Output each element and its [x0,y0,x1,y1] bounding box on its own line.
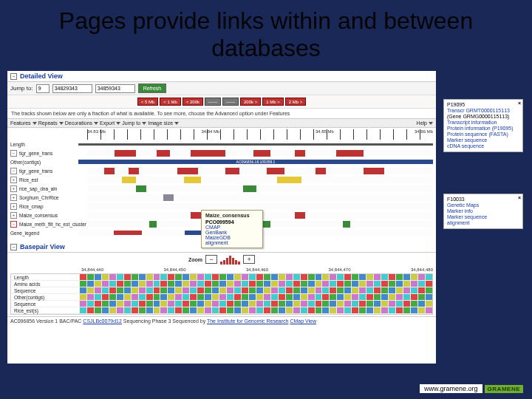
side-link[interactable]: Genetic Maps [447,202,519,208]
popup-link[interactable]: alignment [205,240,259,245]
zoom-controls: < 5 Mb < 1 Mb < 200k —— —— 200k > 1 Mb >… [7,95,436,109]
track-row: +Sorghum_ChrRice [10,193,433,202]
popup-link[interactable]: CMAP [205,225,259,230]
track-label: tigr_gene_trans [19,151,87,156]
cmap-link[interactable]: CMap View [290,318,316,324]
menu-imagesize[interactable]: Image size [148,120,179,126]
chevron-down-icon [116,122,120,125]
browser-screenshot: − Detailed View Jump to: Refresh < 5 Mb … [7,71,436,364]
track-toggle-icon[interactable]: − [10,150,17,157]
bp-ruler: 34,844,44034,844,45034,844,46034,844,470… [81,267,433,272]
track-label: rice_sap_dna_aln [19,186,87,191]
track-toggle-icon[interactable]: + [10,185,17,192]
popup-link[interactable]: PCO099594 [205,219,259,225]
bp-row-label: Sequence [11,287,79,293]
menu-repeats[interactable]: Repeats [38,120,64,126]
chevron-down-icon [33,122,37,125]
bp-zoom-controls: Zoom − + [7,253,436,266]
track-label: Maize_consensus [19,213,87,218]
zoom-sep2: —— [222,98,239,106]
zoom-label: Zoom [188,257,202,262]
zoom-out-5mb[interactable]: < 5 Mb [137,98,159,106]
side-link[interactable]: Transcr GRMT0000115113 [447,108,519,113]
to-input[interactable] [95,84,135,93]
side-id: P19095 [447,102,519,107]
zoom-histogram-icon [220,254,240,265]
menu-export[interactable]: Export [100,120,120,126]
url-bar: www.gramene.org GRAMENE [420,384,523,393]
track-toggle-icon[interactable]: + [10,177,17,183]
track-toggle-icon[interactable]: + [10,212,17,219]
track-label: Gene_legend [10,231,78,236]
chrom-input[interactable] [36,84,50,93]
track-row: Other(contigs)AC096856.18.109358.1 [10,157,433,166]
track-label: tigr_gene_trans [19,168,87,174]
menu-help[interactable]: Help [417,120,433,126]
feature-note: The tracks shown below are only a fracti… [7,109,436,118]
basepair-view-title: Basepair View [20,243,65,250]
track-label: Other(contigs) [10,160,78,165]
site-url[interactable]: www.gramene.org [420,384,482,393]
track-label: Sorghum_ChrRice [19,195,87,200]
track-toggle-icon[interactable]: + [10,194,17,201]
menu-features[interactable]: Features [10,120,37,126]
side-panel-1: × P19095 Transcr GRMT0000115113 (Gene GR… [443,99,523,152]
zoom-out-200k[interactable]: < 200k [183,98,203,106]
chevron-down-icon [142,122,146,125]
menu-decorations[interactable]: Decorations [65,120,98,126]
chevron-down-icon [59,122,64,125]
side-link[interactable]: Transcript information [447,120,519,125]
side-link[interactable]: alignment [447,220,519,225]
detailed-view-header: − Detailed View [7,71,436,82]
feature-menubar: Features Repeats Decorations Export Jump… [7,118,436,128]
side-panel-2: × F10033 Genetic Maps Marker info Marker… [443,194,523,229]
track-row: −tigr_gene_trans [10,166,433,175]
track-label: Rice_cmap [19,204,87,209]
track-row: Length [10,140,433,149]
track-popup: Maize_consensus PCO099594 CMAP GenBank M… [201,210,263,248]
track-label: Length [10,142,78,147]
track-toggle-icon[interactable]: − [10,168,17,174]
zoom-out-1mb[interactable]: < 1 Mb [160,98,181,106]
side-link[interactable]: Protein sequence (FASTA) [447,132,519,137]
sequencer-link[interactable]: The Institute for Genomic Research [207,318,289,324]
popup-link[interactable]: MaizeGDB [205,235,259,240]
track-label: Rice_est [19,177,87,183]
side-link[interactable]: Marker sequence [447,214,519,219]
track-label: Maize_meth_filt_hc_est_cluster [19,222,87,227]
collapse-icon[interactable]: − [10,244,17,250]
jump-label: Jump to: [10,85,33,92]
side-link[interactable]: Marker info [447,208,519,214]
track-row: +Rice_est [10,175,433,184]
zoom-in-1mb[interactable]: 1 Mb > [262,98,284,106]
refresh-button[interactable]: Refresh [138,83,167,93]
bp-row-label: Rice_est(s) [11,307,79,313]
collapse-icon[interactable]: − [10,73,17,80]
track-row: −tigr_gene_trans [10,149,433,157]
side-link[interactable]: Marker sequence [447,137,519,143]
basepair-grid: Length Amino acids Sequence Other(contig… [10,273,433,315]
track-toggle-icon[interactable]: + [10,203,17,210]
bp-row-label: Amino acids [11,281,79,287]
track-toggle-icon[interactable]: − [10,221,17,228]
bp-row-label: Other(contigs) [11,294,79,300]
side-link[interactable]: cDNA sequence [447,143,519,149]
menu-jumpto[interactable]: Jump to [122,120,146,126]
zoom-in-button[interactable]: + [243,255,255,264]
jump-row: Jump to: Refresh [7,82,436,95]
zoom-in-200k[interactable]: 200k > [240,98,261,106]
close-icon[interactable]: × [518,195,521,200]
gramene-logo: GRAMENE [485,385,523,393]
popup-link[interactable]: GenBank [205,230,259,235]
side-link[interactable]: Protein information (P19095) [447,126,519,131]
zoom-sep: —— [205,98,221,106]
popup-header: Maize_consensus [205,213,259,218]
zoom-out-button[interactable]: − [205,255,217,264]
track-row: +rice_sap_dna_aln [10,184,433,193]
from-input[interactable] [52,84,92,93]
chevron-down-icon [429,122,433,125]
close-icon[interactable]: × [518,100,521,106]
bac-link[interactable]: CSJLBc0079d12 [83,318,122,324]
side-id: F10033 [447,197,519,202]
zoom-in-2mb[interactable]: 2 Mb > [285,98,307,106]
